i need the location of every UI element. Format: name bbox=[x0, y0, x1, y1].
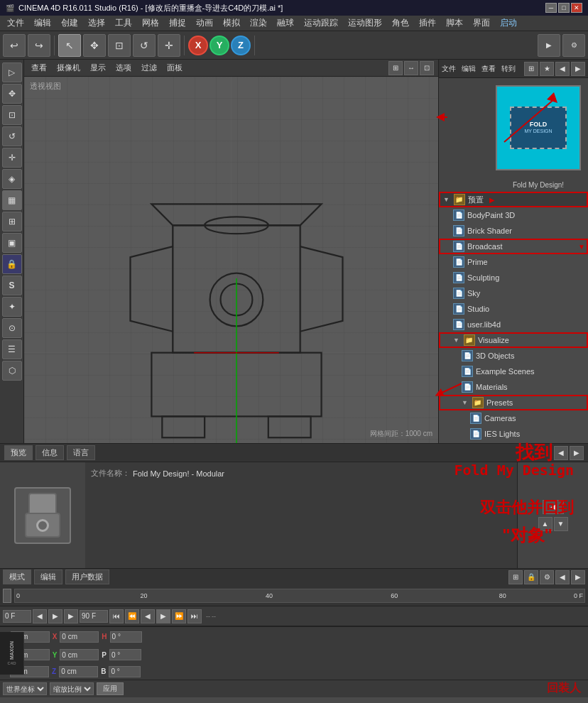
menu-mesh[interactable]: 网格 bbox=[138, 16, 163, 31]
bottom-icon-1[interactable]: ◀ bbox=[554, 446, 568, 460]
rotate-tool[interactable]: ↺ bbox=[133, 34, 156, 57]
tree-item-sky[interactable]: 📄 Sky bbox=[439, 285, 588, 301]
render-settings[interactable]: ⚙ bbox=[562, 34, 585, 57]
minimize-button[interactable]: ─ bbox=[545, 3, 557, 13]
tab-preview[interactable]: 预览 bbox=[4, 445, 33, 460]
close-button[interactable]: ✕ bbox=[571, 3, 582, 13]
viewport-tab-filter[interactable]: 过滤 bbox=[138, 62, 160, 74]
tab-language[interactable]: 语言 bbox=[67, 445, 95, 460]
bottom-bar-icon-2[interactable]: 🔒 bbox=[524, 570, 538, 584]
move-tool[interactable]: ✥ bbox=[83, 34, 106, 57]
tree-item-light-setups[interactable]: 📄 Light Setups bbox=[439, 442, 588, 443]
content-browser-tree[interactable]: ▼ 📁 预置 ▶ 📄 BodyPaint 3D 📄 Brick Shader 📄… bbox=[439, 192, 588, 443]
sidebar-icon-8[interactable]: ▣ bbox=[2, 233, 22, 253]
bottom-right-btn-3[interactable]: ▼ bbox=[554, 517, 568, 531]
axis-x-button[interactable]: X bbox=[188, 36, 208, 55]
menu-file[interactable]: 文件 bbox=[3, 16, 28, 31]
viewport-3d[interactable]: 透视视图 bbox=[24, 77, 438, 443]
tree-item-ies-lights[interactable]: 📄 IES Lights bbox=[439, 426, 588, 442]
content-icon-1[interactable]: ⊞ bbox=[524, 62, 538, 76]
menu-mograph[interactable]: 运动图形 bbox=[344, 16, 386, 31]
bottom-right-btn-1[interactable]: ◀ bbox=[543, 500, 564, 514]
transport-fwd[interactable]: ⏩ bbox=[172, 609, 186, 623]
content-menu-view[interactable]: 查看 bbox=[481, 64, 496, 74]
content-icon-3[interactable]: ◀ bbox=[555, 62, 570, 76]
sidebar-icon-7[interactable]: ⊞ bbox=[2, 212, 22, 231]
tree-item-bodypaint[interactable]: 📄 BodyPaint 3D bbox=[439, 207, 588, 223]
bottom-right-btn-2[interactable]: ▲ bbox=[538, 517, 552, 531]
sidebar-icon-1[interactable]: ✥ bbox=[2, 84, 22, 104]
timeline-bar[interactable]: 0 20 40 60 80 0 F bbox=[14, 589, 585, 603]
viewport-btn-2[interactable]: ↔ bbox=[404, 61, 418, 75]
viewport-btn-1[interactable]: ⊞ bbox=[388, 61, 403, 75]
axis-y-button[interactable]: Y bbox=[209, 36, 229, 55]
sidebar-icon-9[interactable]: 🔒 bbox=[2, 254, 22, 274]
menu-edit[interactable]: 编辑 bbox=[30, 16, 55, 31]
apply-button[interactable]: 应用 bbox=[97, 682, 124, 695]
current-frame-input[interactable] bbox=[3, 610, 31, 623]
undo-button[interactable]: ↩ bbox=[3, 34, 26, 57]
viewport-tab-view[interactable]: 查看 bbox=[28, 62, 50, 74]
content-icon-4[interactable]: ▶ bbox=[571, 62, 585, 76]
sidebar-icon-11[interactable]: ✦ bbox=[2, 297, 22, 317]
frame-back-btn[interactable]: ◀ bbox=[33, 609, 47, 623]
menu-character[interactable]: 角色 bbox=[388, 16, 413, 31]
tree-item-broadcast[interactable]: 📄 Broadcast ▼ bbox=[439, 239, 588, 254]
world-select[interactable]: 世界坐标 bbox=[3, 682, 47, 695]
bottom-bar-tab-userdata[interactable]: 用户数据 bbox=[65, 570, 109, 584]
menu-select[interactable]: 选择 bbox=[84, 16, 109, 31]
viewport-tab-camera[interactable]: 摄像机 bbox=[54, 62, 83, 74]
tree-item-3dobjects[interactable]: 📄 3D Objects bbox=[439, 348, 588, 364]
menu-snap[interactable]: 捕捉 bbox=[165, 16, 190, 31]
scale-select[interactable]: 缩放比例 bbox=[50, 682, 94, 695]
tree-item-materials[interactable]: 📄 Materials bbox=[439, 379, 588, 395]
sidebar-icon-14[interactable]: ⬡ bbox=[2, 361, 22, 381]
viewport-tab-panel[interactable]: 面板 bbox=[164, 62, 185, 74]
tree-item-studio[interactable]: 📄 Studio bbox=[439, 301, 588, 317]
bottom-bar-tab-edit[interactable]: 编辑 bbox=[34, 570, 62, 584]
sidebar-icon-3[interactable]: ↺ bbox=[2, 126, 22, 146]
tree-item-visualize[interactable]: ▼ 📁 Visualize bbox=[439, 332, 588, 348]
menu-create[interactable]: 创建 bbox=[57, 16, 82, 31]
tree-item-presets[interactable]: ▼ 📁 预置 ▶ bbox=[439, 192, 588, 207]
coord-z2-input[interactable] bbox=[59, 666, 98, 677]
viewport-btn-3[interactable]: ⊡ bbox=[420, 61, 434, 75]
content-menu-edit[interactable]: 编辑 bbox=[462, 64, 476, 74]
sidebar-icon-10[interactable]: S bbox=[2, 276, 22, 295]
tree-item-prime[interactable]: 📄 Prime bbox=[439, 254, 588, 270]
menu-start[interactable]: 启动 bbox=[496, 16, 521, 31]
menu-motiontrack[interactable]: 运动跟踪 bbox=[300, 16, 342, 31]
content-menu-goto[interactable]: 转到 bbox=[501, 64, 516, 74]
sidebar-icon-4[interactable]: ✛ bbox=[2, 148, 22, 168]
coord-b-input[interactable] bbox=[109, 666, 141, 677]
menu-sculpt[interactable]: 融球 bbox=[273, 16, 298, 31]
transport-play-back[interactable]: ◀ bbox=[141, 609, 155, 623]
coord-p-input[interactable] bbox=[109, 649, 141, 660]
menu-simulate[interactable]: 模拟 bbox=[219, 16, 244, 31]
axis-z-button[interactable]: Z bbox=[231, 36, 251, 55]
sidebar-icon-12[interactable]: ⊙ bbox=[2, 318, 22, 338]
transform-tool[interactable]: ✛ bbox=[158, 34, 180, 57]
menu-render[interactable]: 渲染 bbox=[246, 16, 271, 31]
menu-animate[interactable]: 动画 bbox=[192, 16, 217, 31]
viewport-tab-display[interactable]: 显示 bbox=[87, 62, 109, 74]
transport-play[interactable]: ▶ bbox=[156, 609, 170, 623]
menu-tools[interactable]: 工具 bbox=[111, 16, 136, 31]
sidebar-icon-6[interactable]: ▦ bbox=[2, 190, 22, 210]
content-menu-file[interactable]: 文件 bbox=[442, 64, 456, 74]
bottom-bar-icon-5[interactable]: ▶ bbox=[571, 570, 585, 584]
end-frame-input[interactable] bbox=[80, 610, 108, 623]
tree-item-brick[interactable]: 📄 Brick Shader bbox=[439, 223, 588, 239]
render-button[interactable]: ▶ bbox=[538, 34, 560, 57]
coord-y2-input[interactable] bbox=[60, 649, 99, 660]
bottom-bar-icon-1[interactable]: ⊞ bbox=[508, 570, 523, 584]
tree-item-cameras[interactable]: 📄 Cameras bbox=[439, 410, 588, 426]
tree-item-example[interactable]: 📄 Example Scenes bbox=[439, 364, 588, 379]
tree-item-presets-sub[interactable]: ▼ 📁 Presets bbox=[439, 395, 588, 410]
menu-plugin[interactable]: 插件 bbox=[415, 16, 440, 31]
viewport-tab-options[interactable]: 选项 bbox=[113, 62, 134, 74]
bottom-bar-icon-4[interactable]: ◀ bbox=[555, 570, 570, 584]
menu-script[interactable]: 脚本 bbox=[442, 16, 467, 31]
select-tool[interactable]: ↖ bbox=[58, 34, 81, 57]
menu-interface[interactable]: 界面 bbox=[469, 16, 494, 31]
